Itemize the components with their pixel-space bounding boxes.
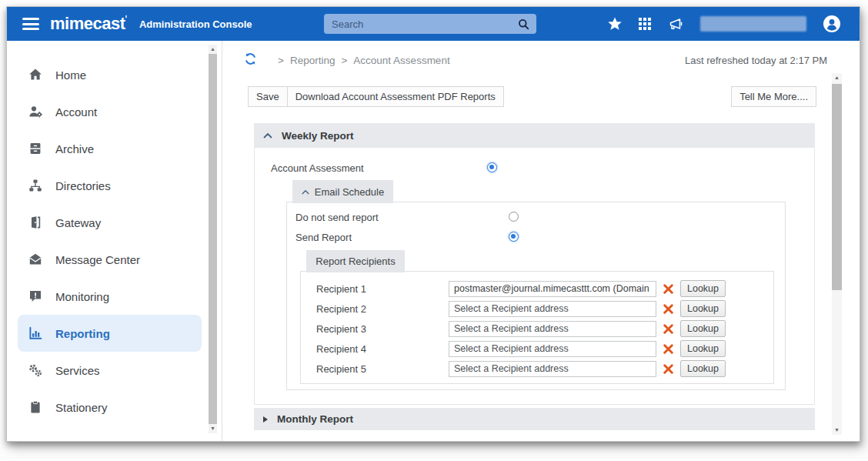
sidebar-item-label: Gateway: [55, 216, 101, 229]
remove-icon[interactable]: [663, 364, 674, 374]
recipient-row: Recipient 4Lookup: [301, 339, 773, 359]
recipient-label: Recipient 2: [316, 303, 449, 315]
refresh-icon[interactable]: [244, 52, 257, 68]
report-recipients-tab[interactable]: Report Recipients: [306, 250, 405, 272]
breadcrumb-separator: >: [278, 55, 284, 66]
do-not-send-label: Do not send report: [295, 212, 379, 223]
search-box[interactable]: [324, 14, 536, 34]
main-scrollbar[interactable]: ▲ ▼: [832, 73, 842, 435]
services-icon: [28, 362, 43, 378]
account-assessment-label: Account Assessment: [271, 162, 364, 174]
breadcrumb: > Reporting > Account Assessment: [278, 55, 450, 66]
last-refreshed-label: Last refreshed today at 2:17 PM: [685, 55, 827, 66]
sidebar-item-message-center[interactable]: Message Center: [18, 241, 202, 278]
sidebar-item-label: Message Center: [55, 253, 140, 266]
search-input[interactable]: [324, 18, 518, 30]
remove-icon[interactable]: [663, 324, 674, 334]
weekly-report-header[interactable]: Weekly Report: [254, 123, 815, 148]
sidebar-item-account[interactable]: Account: [18, 93, 202, 130]
reporting-icon: [28, 326, 43, 341]
sidebar-item-label: Home: [55, 68, 86, 82]
search-icon[interactable]: [518, 18, 529, 30]
sidebar-item-monitoring[interactable]: Monitoring: [18, 278, 202, 315]
sidebar-item-label: Stationery: [55, 401, 108, 414]
sidebar-item-gateway[interactable]: Gateway: [18, 204, 202, 241]
console-title: Administration Console: [139, 18, 252, 30]
lookup-button[interactable]: Lookup: [680, 360, 726, 377]
scroll-down-icon[interactable]: ▼: [209, 424, 217, 433]
sidebar-item-services[interactable]: Services: [18, 352, 202, 389]
do-not-send-radio[interactable]: [509, 212, 519, 222]
recipient-input[interactable]: [449, 321, 656, 337]
sidebar-item-stationery[interactable]: Stationery: [18, 389, 202, 426]
archive-icon: [28, 141, 43, 156]
account-icon: [28, 104, 43, 119]
sidebar-scroll-thumb[interactable]: [209, 54, 217, 424]
sidebar-item-label: Monitoring: [55, 290, 109, 303]
lookup-button[interactable]: Lookup: [680, 280, 726, 297]
sidebar-item-directories[interactable]: Directories: [18, 167, 202, 204]
star-icon[interactable]: [607, 16, 623, 32]
sidebar-item-label: Directories: [55, 179, 111, 192]
sidebar-scrollbar[interactable]: ▲ ▼: [209, 45, 217, 433]
monitoring-icon: [28, 289, 43, 304]
recipient-label: Recipient 5: [316, 363, 449, 375]
recipient-row: Recipient 2Lookup: [301, 299, 773, 319]
apps-grid-icon[interactable]: [639, 18, 651, 30]
recipient-label: Recipient 4: [316, 343, 449, 355]
user-avatar-icon[interactable]: [823, 15, 841, 33]
topbar: mimecast' Administration Console: [7, 7, 860, 41]
scroll-up-icon[interactable]: ▲: [832, 73, 842, 82]
megaphone-icon[interactable]: [667, 17, 684, 32]
monthly-report-header[interactable]: Monthly Report: [254, 408, 815, 430]
remove-icon[interactable]: [663, 284, 674, 294]
tell-me-more-button[interactable]: Tell Me More....: [731, 86, 816, 107]
sidebar-nav: HomeAccountArchiveDirectoriesGatewayMess…: [7, 56, 222, 426]
send-report-label: Send Report: [295, 232, 352, 243]
save-button[interactable]: Save: [248, 86, 288, 107]
scroll-down-icon[interactable]: ▼: [832, 426, 842, 435]
message-center-icon: [28, 252, 43, 267]
app-window: mimecast' Administration Console: [6, 6, 860, 442]
lookup-button[interactable]: Lookup: [680, 340, 726, 357]
recipient-rows: Recipient 1LookupRecipient 2LookupRecipi…: [301, 279, 773, 379]
sidebar-item-label: Archive: [55, 142, 94, 155]
recipient-input[interactable]: [449, 341, 656, 357]
sidebar: HomeAccountArchiveDirectoriesGatewayMess…: [7, 41, 222, 441]
chevron-up-icon: [302, 189, 309, 195]
monthly-report-title: Monthly Report: [277, 413, 353, 425]
remove-icon[interactable]: [663, 344, 674, 354]
weekly-report-title: Weekly Report: [282, 130, 354, 142]
home-icon: [28, 67, 43, 82]
download-pdf-reports-button[interactable]: Download Account Assessment PDF Reports: [287, 86, 504, 107]
recipient-input[interactable]: [449, 361, 656, 377]
send-report-radio[interactable]: [509, 232, 519, 242]
email-schedule-tab[interactable]: Email Schedule: [292, 180, 393, 203]
stationery-icon: [28, 399, 43, 415]
menu-icon[interactable]: [22, 15, 39, 33]
recipient-input[interactable]: [449, 301, 656, 317]
chevron-right-icon: [263, 416, 268, 423]
redacted-account-name: [700, 16, 806, 32]
sidebar-item-reporting[interactable]: Reporting: [18, 315, 202, 352]
breadcrumb-reporting[interactable]: Reporting: [290, 55, 336, 66]
recipient-label: Recipient 1: [316, 283, 449, 295]
sidebar-item-label: Account: [55, 105, 97, 119]
lookup-button[interactable]: Lookup: [680, 300, 726, 317]
sidebar-item-archive[interactable]: Archive: [18, 130, 202, 167]
sidebar-item-home[interactable]: Home: [18, 56, 202, 93]
recipient-input[interactable]: [449, 281, 656, 297]
recipient-label: Recipient 3: [316, 323, 449, 335]
recipient-row: Recipient 1Lookup: [301, 279, 773, 299]
report-recipients-box: Recipient 1LookupRecipient 2LookupRecipi…: [300, 271, 774, 384]
breadcrumb-account-assessment[interactable]: Account Assessment: [353, 55, 449, 66]
recipient-row: Recipient 3Lookup: [301, 319, 773, 339]
sidebar-item-label: Services: [55, 364, 100, 377]
remove-icon[interactable]: [663, 304, 674, 314]
scroll-up-icon[interactable]: ▲: [209, 45, 217, 54]
chevron-up-icon: [263, 132, 272, 139]
sidebar-item-label: Reporting: [55, 327, 110, 340]
lookup-button[interactable]: Lookup: [680, 320, 726, 337]
main-scroll-thumb[interactable]: [832, 84, 842, 290]
account-assessment-radio[interactable]: [487, 162, 497, 172]
